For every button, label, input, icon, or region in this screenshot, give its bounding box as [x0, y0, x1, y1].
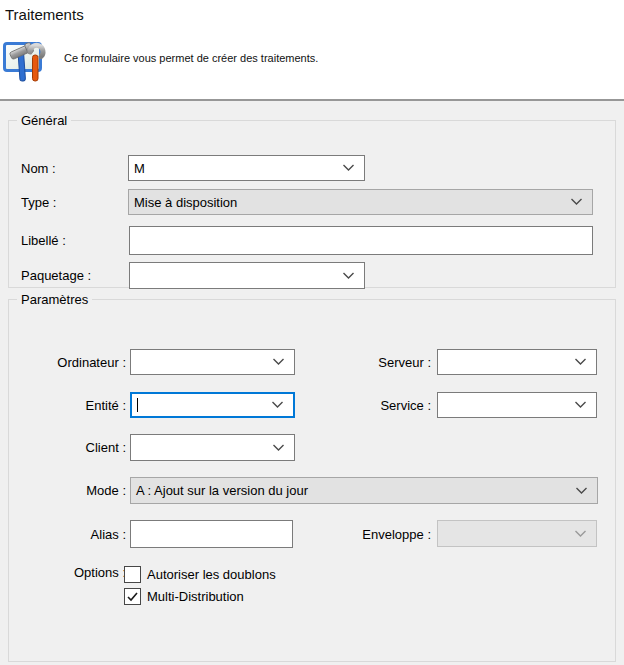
chevron-down-icon: [574, 358, 587, 366]
chevron-down-icon: [342, 272, 355, 280]
nom-combobox[interactable]: [128, 155, 365, 181]
type-value: Mise à disposition: [129, 195, 570, 210]
traitements-form: Traitements: [0, 0, 624, 665]
nom-input[interactable]: [129, 159, 342, 178]
service-combobox[interactable]: [437, 392, 597, 418]
parametres-legend: Paramètres: [17, 292, 92, 307]
general-legend: Général: [17, 113, 71, 128]
chevron-down-icon: [574, 530, 587, 538]
chevron-down-icon: [342, 164, 355, 172]
chevron-down-icon: [271, 401, 284, 409]
paquetage-combobox[interactable]: [129, 262, 365, 289]
enveloppe-label: Enveloppe :: [329, 520, 431, 548]
multi-distribution-label[interactable]: Multi-Distribution: [147, 588, 244, 605]
multi-distribution-checkbox[interactable]: [124, 588, 141, 605]
enveloppe-combobox: [437, 520, 597, 547]
ordinateur-label: Ordinateur :: [13, 349, 126, 375]
mode-value: A : Ajout sur la version du jour: [131, 483, 575, 498]
chevron-down-icon: [272, 444, 285, 452]
autoriser-doublons-label[interactable]: Autoriser les doublons: [147, 566, 276, 583]
libelle-input[interactable]: [129, 226, 593, 255]
ordinateur-input[interactable]: [131, 353, 272, 372]
chevron-down-icon: [575, 487, 588, 495]
checkmark-icon: [127, 592, 138, 602]
alias-input[interactable]: [130, 520, 293, 548]
type-label: Type :: [21, 189, 56, 215]
entite-input[interactable]: [132, 396, 271, 415]
general-section: Général Nom : Type : Mise à disposition …: [8, 113, 616, 288]
entite-combobox[interactable]: [130, 392, 295, 418]
client-input[interactable]: [131, 438, 272, 457]
autoriser-doublons-checkbox[interactable]: [124, 566, 141, 583]
service-label: Service :: [329, 392, 431, 418]
page-title: Traitements: [5, 6, 84, 23]
chevron-down-icon: [272, 358, 285, 366]
alias-label: Alias :: [13, 520, 126, 548]
mode-combobox[interactable]: A : Ajout sur la version du jour: [130, 477, 598, 504]
client-combobox[interactable]: [130, 434, 295, 461]
client-label: Client :: [13, 434, 126, 461]
mode-label: Mode :: [13, 477, 126, 504]
parametres-section: Paramètres Ordinateur : Serveur : Entité…: [8, 292, 616, 662]
serveur-input[interactable]: [438, 353, 574, 372]
nom-label: Nom :: [21, 155, 56, 181]
entite-label: Entité :: [13, 392, 126, 418]
form-description: Ce formulaire vous permet de créer des t…: [64, 52, 318, 64]
paquetage-input[interactable]: [130, 266, 342, 285]
service-input[interactable]: [438, 396, 574, 415]
ordinateur-combobox[interactable]: [130, 349, 295, 375]
libelle-label: Libellé :: [21, 226, 66, 255]
type-combobox[interactable]: Mise à disposition: [128, 189, 593, 215]
chevron-down-icon: [570, 198, 583, 206]
options-label: Options :: [13, 562, 126, 582]
form-header: Traitements: [0, 0, 624, 101]
text-caret: [137, 398, 138, 412]
serveur-combobox[interactable]: [437, 349, 597, 375]
paquetage-label: Paquetage :: [21, 262, 91, 289]
chevron-down-icon: [574, 401, 587, 409]
serveur-label: Serveur :: [329, 349, 431, 375]
tools-window-icon: [3, 39, 50, 84]
